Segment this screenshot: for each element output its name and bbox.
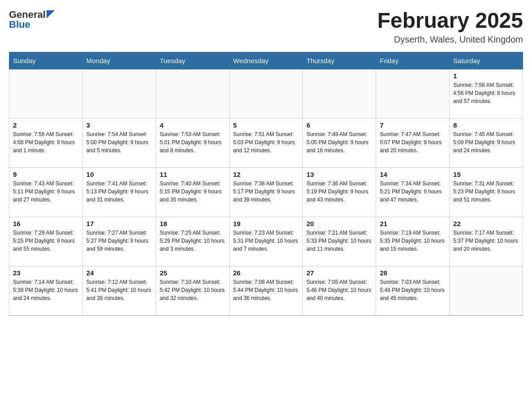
- weekday-header-saturday: Saturday: [450, 52, 523, 69]
- weekday-header-thursday: Thursday: [303, 52, 376, 69]
- day-number: 19: [233, 220, 299, 227]
- location-subtitle: Dyserth, Wales, United Kingdom: [377, 34, 523, 45]
- weekday-header-monday: Monday: [82, 52, 156, 69]
- calendar-week-row: 23Sunrise: 7:14 AM Sunset: 5:39 PM Dayli…: [9, 266, 523, 315]
- day-info: Sunrise: 7:12 AM Sunset: 5:41 PM Dayligh…: [86, 278, 152, 302]
- day-info: Sunrise: 7:03 AM Sunset: 5:48 PM Dayligh…: [380, 278, 446, 302]
- day-number: 27: [306, 269, 372, 277]
- calendar-week-row: 9Sunrise: 7:43 AM Sunset: 5:11 PM Daylig…: [9, 167, 523, 217]
- calendar-cell: 24Sunrise: 7:12 AM Sunset: 5:41 PM Dayli…: [82, 266, 156, 315]
- calendar-cell: 18Sunrise: 7:25 AM Sunset: 5:29 PM Dayli…: [156, 217, 229, 266]
- calendar-cell: [9, 69, 83, 118]
- day-number: 16: [13, 220, 79, 227]
- day-number: 23: [13, 269, 79, 277]
- day-info: Sunrise: 7:05 AM Sunset: 5:46 PM Dayligh…: [306, 278, 372, 302]
- logo-blue-text: Blue: [9, 19, 30, 30]
- calendar-cell: [450, 266, 523, 315]
- calendar-cell: 6Sunrise: 7:49 AM Sunset: 5:05 PM Daylig…: [303, 118, 376, 167]
- calendar-cell: 8Sunrise: 7:45 AM Sunset: 5:09 PM Daylig…: [450, 118, 523, 167]
- calendar-cell: 12Sunrise: 7:38 AM Sunset: 5:17 PM Dayli…: [229, 167, 303, 217]
- day-info: Sunrise: 7:56 AM Sunset: 4:58 PM Dayligh…: [13, 130, 79, 154]
- day-info: Sunrise: 7:54 AM Sunset: 5:00 PM Dayligh…: [86, 130, 152, 154]
- calendar-cell: 2Sunrise: 7:56 AM Sunset: 4:58 PM Daylig…: [9, 118, 83, 167]
- calendar-cell: [376, 69, 450, 118]
- day-number: 17: [86, 220, 152, 227]
- calendar-cell: [229, 69, 303, 118]
- calendar-week-row: 1Sunrise: 7:58 AM Sunset: 4:56 PM Daylig…: [9, 69, 523, 118]
- day-info: Sunrise: 7:41 AM Sunset: 5:13 PM Dayligh…: [86, 180, 152, 204]
- calendar-cell: [82, 69, 156, 118]
- day-number: 6: [306, 121, 372, 129]
- day-number: 7: [380, 121, 446, 129]
- day-info: Sunrise: 7:58 AM Sunset: 4:56 PM Dayligh…: [453, 81, 519, 105]
- day-number: 13: [306, 171, 372, 178]
- day-number: 5: [233, 121, 299, 129]
- day-number: 4: [160, 121, 226, 129]
- calendar-cell: 20Sunrise: 7:21 AM Sunset: 5:33 PM Dayli…: [303, 217, 376, 266]
- day-info: Sunrise: 7:08 AM Sunset: 5:44 PM Dayligh…: [233, 278, 299, 302]
- day-number: 2: [13, 121, 79, 129]
- weekday-header-wednesday: Wednesday: [229, 52, 303, 69]
- day-info: Sunrise: 7:36 AM Sunset: 5:19 PM Dayligh…: [306, 180, 372, 204]
- day-info: Sunrise: 7:10 AM Sunset: 5:42 PM Dayligh…: [160, 278, 226, 302]
- day-number: 10: [86, 171, 152, 178]
- day-number: 3: [86, 121, 152, 129]
- calendar-cell: 9Sunrise: 7:43 AM Sunset: 5:11 PM Daylig…: [9, 167, 83, 217]
- calendar-week-row: 16Sunrise: 7:29 AM Sunset: 5:25 PM Dayli…: [9, 217, 523, 266]
- calendar-cell: 26Sunrise: 7:08 AM Sunset: 5:44 PM Dayli…: [229, 266, 303, 315]
- calendar-cell: 5Sunrise: 7:51 AM Sunset: 5:03 PM Daylig…: [229, 118, 303, 167]
- day-number: 22: [453, 220, 519, 227]
- day-info: Sunrise: 7:31 AM Sunset: 5:23 PM Dayligh…: [453, 180, 519, 204]
- calendar-cell: 10Sunrise: 7:41 AM Sunset: 5:13 PM Dayli…: [82, 167, 156, 217]
- logo: General Blue: [9, 9, 56, 30]
- calendar-cell: 27Sunrise: 7:05 AM Sunset: 5:46 PM Dayli…: [303, 266, 376, 315]
- day-info: Sunrise: 7:53 AM Sunset: 5:01 PM Dayligh…: [160, 130, 226, 154]
- day-info: Sunrise: 7:29 AM Sunset: 5:25 PM Dayligh…: [13, 229, 79, 253]
- calendar-week-row: 2Sunrise: 7:56 AM Sunset: 4:58 PM Daylig…: [9, 118, 523, 167]
- calendar-cell: 28Sunrise: 7:03 AM Sunset: 5:48 PM Dayli…: [376, 266, 450, 315]
- day-info: Sunrise: 7:34 AM Sunset: 5:21 PM Dayligh…: [380, 180, 446, 204]
- day-info: Sunrise: 7:38 AM Sunset: 5:17 PM Dayligh…: [233, 180, 299, 204]
- day-info: Sunrise: 7:51 AM Sunset: 5:03 PM Dayligh…: [233, 130, 299, 154]
- calendar-cell: 13Sunrise: 7:36 AM Sunset: 5:19 PM Dayli…: [303, 167, 376, 217]
- calendar-table: SundayMondayTuesdayWednesdayThursdayFrid…: [9, 52, 523, 316]
- calendar-cell: 1Sunrise: 7:58 AM Sunset: 4:56 PM Daylig…: [450, 69, 523, 118]
- title-block: February 2025 Dyserth, Wales, United Kin…: [377, 9, 523, 45]
- svg-marker-0: [47, 10, 55, 18]
- calendar-cell: 16Sunrise: 7:29 AM Sunset: 5:25 PM Dayli…: [9, 217, 83, 266]
- day-info: Sunrise: 7:25 AM Sunset: 5:29 PM Dayligh…: [160, 229, 226, 253]
- day-info: Sunrise: 7:27 AM Sunset: 5:27 PM Dayligh…: [86, 229, 152, 253]
- day-info: Sunrise: 7:49 AM Sunset: 5:05 PM Dayligh…: [306, 130, 372, 154]
- month-title: February 2025: [377, 9, 523, 33]
- day-number: 18: [160, 220, 226, 227]
- logo-arrow-icon: [47, 10, 56, 20]
- day-number: 21: [380, 220, 446, 227]
- calendar-cell: 21Sunrise: 7:19 AM Sunset: 5:35 PM Dayli…: [376, 217, 450, 266]
- day-number: 12: [233, 171, 299, 178]
- weekday-header-friday: Friday: [376, 52, 450, 69]
- day-info: Sunrise: 7:45 AM Sunset: 5:09 PM Dayligh…: [453, 130, 519, 154]
- day-info: Sunrise: 7:47 AM Sunset: 5:07 PM Dayligh…: [380, 130, 446, 154]
- day-info: Sunrise: 7:43 AM Sunset: 5:11 PM Dayligh…: [13, 180, 79, 204]
- calendar-cell: 14Sunrise: 7:34 AM Sunset: 5:21 PM Dayli…: [376, 167, 450, 217]
- weekday-header-sunday: Sunday: [9, 52, 83, 69]
- calendar-cell: 19Sunrise: 7:23 AM Sunset: 5:31 PM Dayli…: [229, 217, 303, 266]
- calendar-cell: 23Sunrise: 7:14 AM Sunset: 5:39 PM Dayli…: [9, 266, 83, 315]
- calendar-cell: 17Sunrise: 7:27 AM Sunset: 5:27 PM Dayli…: [82, 217, 156, 266]
- calendar-cell: 7Sunrise: 7:47 AM Sunset: 5:07 PM Daylig…: [376, 118, 450, 167]
- day-info: Sunrise: 7:19 AM Sunset: 5:35 PM Dayligh…: [380, 229, 446, 253]
- calendar-cell: 4Sunrise: 7:53 AM Sunset: 5:01 PM Daylig…: [156, 118, 229, 167]
- day-info: Sunrise: 7:14 AM Sunset: 5:39 PM Dayligh…: [13, 278, 79, 302]
- calendar-cell: [303, 69, 376, 118]
- day-info: Sunrise: 7:17 AM Sunset: 5:37 PM Dayligh…: [453, 229, 519, 253]
- day-number: 11: [160, 171, 226, 178]
- calendar-cell: 15Sunrise: 7:31 AM Sunset: 5:23 PM Dayli…: [450, 167, 523, 217]
- calendar-cell: 22Sunrise: 7:17 AM Sunset: 5:37 PM Dayli…: [450, 217, 523, 266]
- calendar-cell: [156, 69, 229, 118]
- calendar-cell: 11Sunrise: 7:40 AM Sunset: 5:15 PM Dayli…: [156, 167, 229, 217]
- page-header: General Blue February 2025 Dyserth, Wale…: [9, 9, 523, 45]
- weekday-header-tuesday: Tuesday: [156, 52, 229, 69]
- day-number: 1: [453, 72, 519, 80]
- day-number: 14: [380, 171, 446, 178]
- day-number: 25: [160, 269, 226, 277]
